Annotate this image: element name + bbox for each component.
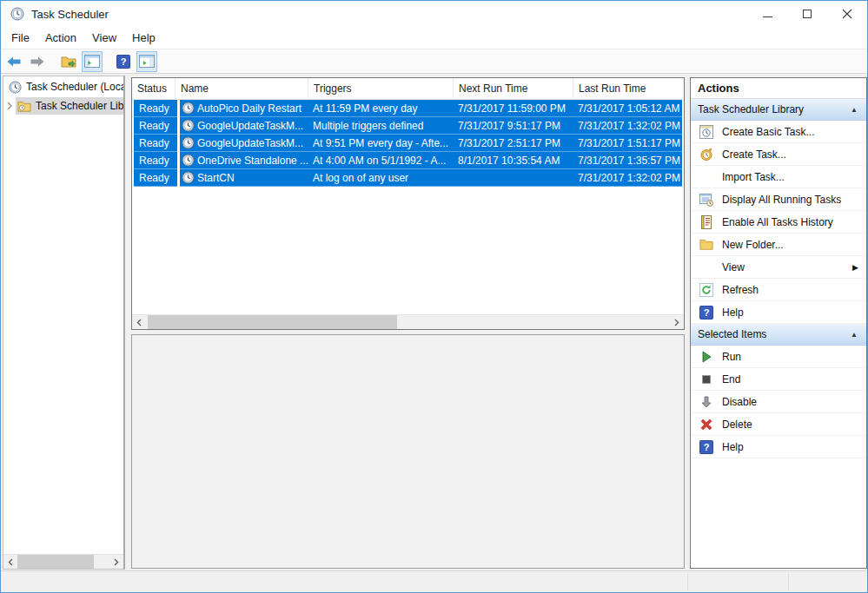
minimize-icon [763,16,772,17]
section-header-selected-items[interactable]: Selected Items ▲ [691,324,866,346]
end-icon [699,372,713,386]
collapse-arrow-icon[interactable]: ▲ [851,331,858,339]
action-display-all-running-tasks[interactable]: Display All Running Tasks [691,188,866,211]
scroll-left-icon[interactable] [132,315,146,329]
scrollbar-thumb[interactable] [148,315,397,329]
column-header-status[interactable]: Status [132,78,176,99]
task-row[interactable]: Ready GoogleUpdateTaskM... At 9:51 PM ev… [132,135,684,152]
action-label: Create Task... [722,148,786,161]
task-clock-icon [182,171,195,184]
action-new-folder[interactable]: New Folder... [691,234,866,256]
section-header-label: Task Scheduler Library [698,103,804,115]
tree-item-task-scheduler-local[interactable]: Task Scheduler (Local) [3,78,123,96]
task-triggers: Multiple triggers defined [313,117,455,135]
actions-pane-title: Actions [691,78,866,99]
export-list-button[interactable] [58,51,79,72]
task-triggers: At log on of any user [313,169,455,187]
list-horizontal-scrollbar[interactable] [132,314,684,329]
section-header-label: Selected Items [698,328,766,340]
collapse-arrow-icon[interactable]: ▲ [851,106,858,114]
action-enable-all-tasks-history[interactable]: Enable All Tasks History [691,211,866,234]
forward-button[interactable] [27,51,48,72]
back-button[interactable] [3,51,24,72]
list-header: Status Name Triggers Next Run Time Last … [132,78,684,100]
menu-view[interactable]: View [84,28,124,48]
menu-action[interactable]: Action [37,28,84,48]
menu-file[interactable]: File [3,28,37,48]
task-row[interactable]: Ready OneDrive Standalone ... At 4:00 AM… [132,152,684,169]
action-label: Delete [722,418,752,431]
back-icon [6,56,22,68]
svg-text:?: ? [121,56,127,67]
section-header-task-scheduler-library[interactable]: Task Scheduler Library ▲ [691,99,866,121]
statusbar-divider [687,573,688,590]
task-status: Ready [134,169,177,187]
disable-icon [699,395,713,409]
task-status: Ready [134,135,177,152]
scroll-left-icon[interactable] [3,555,17,569]
menu-help[interactable]: Help [124,28,163,48]
scroll-right-icon[interactable] [670,315,684,329]
export-folder-icon [61,55,76,68]
action-import-task[interactable]: Import Task... [691,166,866,188]
task-list-pane: Status Name Triggers Next Run Time Last … [131,77,685,330]
column-header-triggers[interactable]: Triggers [308,78,454,99]
preview-pane [131,334,685,569]
tree-item-task-scheduler-library[interactable]: Task Scheduler Library [3,97,123,115]
task-triggers: At 4:00 AM on 5/1/1992 - A... [313,152,455,169]
minimize-button[interactable] [747,1,787,27]
new-folder-icon [699,238,713,252]
action-run[interactable]: Run [691,346,866,368]
console-tree-icon [84,55,100,68]
scrollbar-thumb[interactable] [17,555,94,569]
refresh-icon [699,283,713,297]
help-button[interactable]: ? [113,51,134,72]
svg-text:?: ? [704,442,710,452]
display-running-tasks-icon [699,193,713,207]
submenu-arrow-icon: ▶ [852,263,858,272]
action-help[interactable]: ? Help [691,301,866,324]
action-create-basic-task[interactable]: Create Basic Task... [691,121,866,143]
action-delete[interactable]: Delete [691,413,866,436]
action-create-task[interactable]: Create Task... [691,143,866,166]
task-row[interactable]: Ready GoogleUpdateTaskM... Multiple trig… [132,117,684,135]
scroll-right-icon[interactable] [109,555,123,569]
action-label: Run [722,351,741,363]
actions-pane: Actions Task Scheduler Library ▲ Create … [690,77,867,569]
library-folder-icon [17,100,31,112]
task-next-run-time: 7/31/2017 2:51:17 PM [458,135,575,152]
task-last-run-time: 7/31/2017 1:32:02 PM [578,169,682,187]
task-clock-icon [182,136,195,149]
maximize-button[interactable] [787,1,827,27]
action-view[interactable]: View ▶ [691,256,866,279]
column-header-last-run-time[interactable]: Last Run Time [573,78,684,99]
task-last-run-time: 7/31/2017 1:35:57 PM [578,152,682,169]
expand-chevron-icon[interactable] [3,102,16,110]
svg-text:?: ? [704,307,710,318]
action-disable[interactable]: Disable [691,391,866,413]
task-row[interactable]: Ready StartCN At log on of any user 7/31… [132,169,684,187]
action-end[interactable]: End [691,368,866,391]
help-icon: ? [699,306,713,320]
close-button[interactable] [827,1,867,27]
task-name: GoogleUpdateTaskM... [197,135,310,152]
show-hide-action-pane-button[interactable] [136,51,157,72]
action-label: Enable All Tasks History [722,216,833,228]
tree-item-label: Task Scheduler Library [36,100,123,112]
tree-horizontal-scrollbar[interactable] [3,554,123,569]
task-row[interactable]: Ready AutoPico Daily Restart At 11:59 PM… [132,100,684,117]
action-label: New Folder... [722,239,784,251]
show-hide-console-tree-button[interactable] [82,51,103,72]
help-icon: ? [699,440,713,454]
task-scheduler-clock-icon [10,7,24,21]
action-refresh[interactable]: Refresh [691,279,866,301]
action-help-selected[interactable]: ? Help [691,436,866,458]
action-label: End [722,373,740,385]
tree-selected-highlight: Task Scheduler Library [16,97,123,115]
action-label: Create Basic Task... [722,126,815,138]
workspace: Task Scheduler (Local) Task Scheduler Li… [1,74,867,570]
task-last-run-time: 7/31/2017 1:32:02 PM [578,117,682,135]
column-header-next-run-time[interactable]: Next Run Time [454,78,573,99]
maximize-icon [803,10,812,18]
column-header-name[interactable]: Name [176,78,308,99]
